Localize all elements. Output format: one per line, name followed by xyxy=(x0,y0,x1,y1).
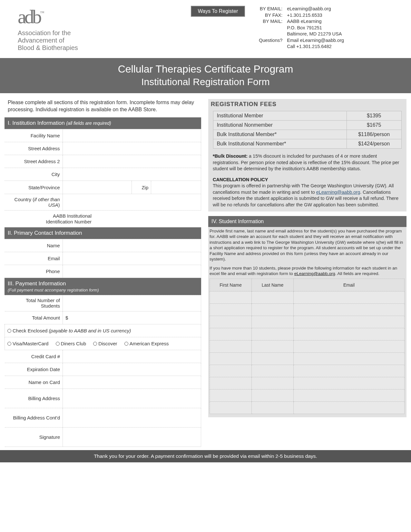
cell-last[interactable] xyxy=(252,353,294,365)
input-city[interactable] xyxy=(63,168,201,181)
input-billing[interactable] xyxy=(63,389,201,408)
cell-email[interactable] xyxy=(294,291,405,304)
input-email[interactable] xyxy=(63,252,201,265)
input-street2[interactable] xyxy=(63,155,201,168)
input-facility[interactable] xyxy=(63,129,201,142)
label-total-amount: Total Amount xyxy=(5,311,63,324)
cell-first[interactable] xyxy=(210,291,252,304)
student-row xyxy=(210,365,405,377)
cell-email[interactable] xyxy=(294,365,405,377)
institution-form: Facility Name Street Address Street Addr… xyxy=(5,129,201,227)
bulk-note: *Bulk Discount: a 15% discount is includ… xyxy=(208,149,406,172)
student-intro: Provide first name, last name and email … xyxy=(208,227,406,418)
input-name[interactable] xyxy=(63,239,201,252)
col-last: Last Name xyxy=(252,279,294,291)
fees-panel: REGISTRATION FEES Institutional Member$1… xyxy=(208,99,406,212)
input-signature[interactable] xyxy=(63,428,201,447)
cell-last[interactable] xyxy=(252,377,294,389)
label-country: Country (if other than USA) xyxy=(5,194,63,211)
input-exp[interactable] xyxy=(63,363,201,376)
cell-first[interactable] xyxy=(210,402,252,414)
cell-first[interactable] xyxy=(210,328,252,340)
label-exp: Expiration Date xyxy=(5,363,63,376)
cancel-email-link[interactable]: eLearning@aabb.org xyxy=(316,190,360,195)
section2-header: II. Primary Contact Information xyxy=(5,227,201,239)
cell-first[interactable] xyxy=(210,340,252,353)
input-street1[interactable] xyxy=(63,142,201,155)
cell-first[interactable] xyxy=(210,389,252,402)
contact-value: P.O. Box 791251 xyxy=(287,25,322,31)
student-email-link[interactable]: eLearning@aabb.org xyxy=(294,271,335,276)
cell-last[interactable] xyxy=(252,402,294,414)
contact-value: Baltimore, MD 21279 USA xyxy=(287,31,342,37)
cell-last[interactable] xyxy=(252,304,294,316)
contact-label: BY MAIL: xyxy=(255,18,287,25)
contact-value: Call +1.301.215.6482 xyxy=(287,44,331,50)
fees-table: Institutional Member$1395 Institutional … xyxy=(213,111,401,149)
fee-amount: $1675 xyxy=(347,121,401,130)
cell-last[interactable] xyxy=(252,365,294,377)
student-row xyxy=(210,402,405,414)
radio-visa[interactable]: Visa/MasterCard xyxy=(7,341,48,346)
radio-diners[interactable]: Diners Club xyxy=(56,341,86,346)
student-row xyxy=(210,316,405,328)
input-total-amount[interactable]: $ xyxy=(63,311,201,324)
input-zip[interactable] xyxy=(151,181,201,194)
cell-first[interactable] xyxy=(210,304,252,316)
contact-value: eLearning@aabb.org xyxy=(287,6,331,12)
label-aabb-id: AABB Institutional Identification Number xyxy=(34,213,92,225)
contact-value: AABB eLearning xyxy=(287,18,321,25)
student-row xyxy=(210,291,405,304)
radio-icon xyxy=(93,342,97,346)
label-total-students: Total Number of Students xyxy=(5,295,63,311)
title-line2: Institutional Registration Form xyxy=(0,76,411,87)
cell-first[interactable] xyxy=(210,316,252,328)
radio-icon xyxy=(56,342,60,346)
cell-email[interactable] xyxy=(294,328,405,340)
input-phone[interactable] xyxy=(63,265,201,278)
cell-last[interactable] xyxy=(252,291,294,304)
cell-email[interactable] xyxy=(294,340,405,353)
cell-email[interactable] xyxy=(294,316,405,328)
cell-last[interactable] xyxy=(252,389,294,402)
cell-email[interactable] xyxy=(294,353,405,365)
ways-to-register-button[interactable]: Ways To Register xyxy=(191,6,245,17)
logo-icon: adb™ xyxy=(18,6,78,28)
section1-header: I. Institution Information (all fields a… xyxy=(5,117,201,129)
cell-first[interactable] xyxy=(210,365,252,377)
label-email: Email xyxy=(5,252,63,265)
label-street2: Street Address 2 xyxy=(5,155,63,168)
label-billing2: Billing Address Cont'd xyxy=(5,408,63,428)
student-row xyxy=(210,377,405,389)
label-state: State/Province xyxy=(5,181,63,194)
cell-last[interactable] xyxy=(252,340,294,353)
cell-last[interactable] xyxy=(252,316,294,328)
label-billing: Billing Address xyxy=(5,389,63,408)
cell-first[interactable] xyxy=(210,353,252,365)
right-column: REGISTRATION FEES Institutional Member$1… xyxy=(208,99,406,447)
contact-form: Name Email Phone xyxy=(5,239,201,278)
contact-label: Questions? xyxy=(255,37,287,44)
input-name-on-card[interactable] xyxy=(63,376,201,389)
fee-label: Bulk Institutional Nonmember* xyxy=(213,139,347,149)
cell-email[interactable] xyxy=(294,389,405,402)
page: adb™ Association for the Advancement of … xyxy=(0,0,411,462)
check-row[interactable]: Check Enclosed (payable to AABB and in U… xyxy=(5,324,201,337)
label-street1: Street Address xyxy=(5,142,63,155)
input-billing2[interactable] xyxy=(63,408,201,428)
input-country[interactable] xyxy=(63,194,201,211)
cell-email[interactable] xyxy=(294,304,405,316)
cell-email[interactable] xyxy=(294,402,405,414)
input-total-students[interactable] xyxy=(63,295,201,311)
cell-last[interactable] xyxy=(252,328,294,340)
radio-amex[interactable]: American Express xyxy=(124,341,169,346)
cell-email[interactable] xyxy=(294,377,405,389)
radio-icon xyxy=(124,342,128,346)
contact-block: BY EMAIL:eLearning@aabb.org BY FAX:+1.30… xyxy=(255,6,344,50)
radio-icon[interactable] xyxy=(7,329,11,333)
radio-discover[interactable]: Discover xyxy=(93,341,117,346)
cell-first[interactable] xyxy=(210,377,252,389)
left-column: Please complete all sections of this reg… xyxy=(5,99,201,447)
input-cc[interactable] xyxy=(63,350,201,363)
input-state[interactable] xyxy=(63,181,132,194)
